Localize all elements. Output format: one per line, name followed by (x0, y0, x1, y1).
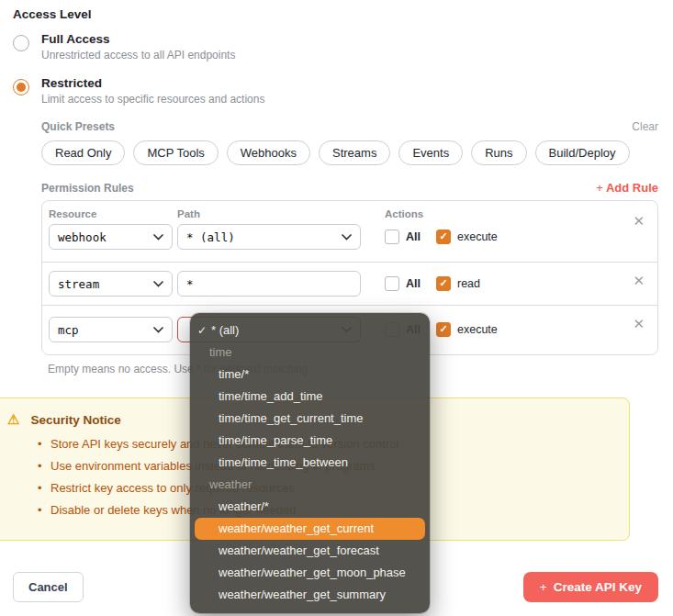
checkbox-label: read (457, 277, 480, 290)
restricted-radio[interactable] (13, 79, 29, 95)
dropdown-group-label: time (190, 342, 430, 364)
remove-rule-icon[interactable]: ✕ (633, 317, 645, 330)
full-access-radio[interactable] (13, 35, 29, 51)
resource-select[interactable]: webhook (49, 224, 173, 250)
restricted-title: Restricted (41, 76, 264, 90)
remove-rule-icon[interactable]: ✕ (633, 214, 645, 228)
full-access-title: Full Access (41, 32, 235, 46)
checkbox-label: execute (457, 230, 498, 243)
clear-presets-link[interactable]: Clear (632, 120, 658, 133)
preset-pills: Read OnlyMCP ToolsWebhooksStreamsEventsR… (41, 140, 658, 165)
checkbox-label: All (406, 277, 421, 290)
preset-pill[interactable]: Events (398, 140, 463, 165)
chevron-down-icon (153, 234, 163, 241)
plus-icon: + (540, 580, 547, 594)
dropdown-group-label: weather (190, 474, 430, 496)
dropdown-option[interactable]: weather/weather_get_forecast (190, 540, 430, 562)
permission-rule-row: Resource Path Actions webhook * (all) (42, 201, 657, 262)
checkbox-label: execute (457, 323, 498, 336)
resource-column-label: Resource (49, 208, 173, 219)
dropdown-option[interactable]: time/time_add_time (190, 386, 430, 408)
preset-pill[interactable]: MCP Tools (133, 140, 218, 165)
preset-pill[interactable]: Streams (319, 140, 390, 165)
dropdown-option[interactable]: time/time_parse_time (190, 430, 430, 452)
execute-action-checkbox[interactable] (436, 322, 451, 337)
remove-rule-icon[interactable]: ✕ (633, 274, 645, 287)
path-column-label: Path (177, 208, 361, 219)
dropdown-option[interactable]: weather/* (190, 496, 430, 518)
preset-pill[interactable]: Webhooks (227, 140, 310, 165)
path-select[interactable]: * (all) (177, 224, 361, 250)
dropdown-option[interactable]: weather/weather_get_summary (190, 584, 430, 606)
full-access-option[interactable]: Full Access Unrestricted access to all A… (13, 32, 658, 62)
resource-select[interactable]: stream (49, 271, 173, 297)
chevron-down-icon (153, 327, 163, 333)
dropdown-option-highlighted[interactable]: weather/weather_get_current (195, 518, 425, 540)
warning-icon: ⚠ (7, 411, 19, 428)
quick-presets-label: Quick Presets (41, 120, 115, 133)
chevron-down-icon (342, 234, 352, 241)
read-action-checkbox[interactable] (436, 276, 451, 291)
path-options-dropdown: ✓* (all)timetime/*time/time_add_timetime… (190, 313, 430, 613)
add-rule-button[interactable]: +Add Rule (596, 181, 658, 195)
permission-rule-row: stream All read ✕ (42, 262, 657, 305)
all-actions-checkbox[interactable] (385, 230, 399, 244)
access-level-heading: Access Level (13, 7, 658, 21)
execute-action-checkbox[interactable] (436, 230, 451, 244)
dropdown-option[interactable]: time/time_get_current_time (190, 408, 430, 430)
create-api-key-form: Access Level Full Access Unrestricted ac… (0, 0, 673, 616)
checkmark-icon: ✓ (197, 319, 207, 342)
dropdown-option[interactable]: time/* (190, 364, 430, 386)
restricted-description: Limit access to specific resources and a… (41, 93, 264, 106)
checkbox-label: All (406, 230, 421, 243)
actions-column-label: Actions (385, 208, 423, 219)
plus-icon: + (596, 181, 603, 195)
cancel-button[interactable]: Cancel (13, 572, 84, 602)
full-access-description: Unrestricted access to all API endpoints (41, 49, 235, 62)
dropdown-option-selected[interactable]: ✓* (all) (190, 319, 430, 342)
permission-rules-label: Permission Rules (41, 182, 134, 195)
preset-pill[interactable]: Build/Deploy (535, 140, 630, 165)
resource-select[interactable]: mcp (49, 317, 173, 342)
preset-pill[interactable]: Read Only (41, 140, 125, 165)
dropdown-option[interactable]: time/time_time_between (190, 452, 430, 474)
all-actions-checkbox[interactable] (385, 276, 399, 291)
security-notice-title: Security Notice (30, 413, 120, 427)
chevron-down-icon (153, 281, 163, 287)
dropdown-option[interactable]: weather/weather_get_moon_phase (190, 562, 430, 584)
create-api-key-button[interactable]: +Create API Key (523, 572, 658, 602)
path-input[interactable] (177, 271, 361, 297)
preset-pill[interactable]: Runs (471, 140, 526, 165)
restricted-option[interactable]: Restricted Limit access to specific reso… (13, 76, 658, 106)
